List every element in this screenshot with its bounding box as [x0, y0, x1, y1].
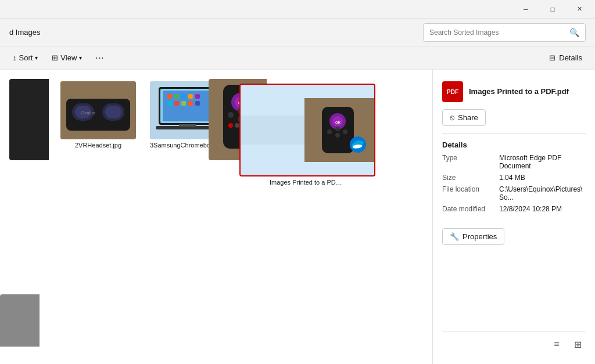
svg-point-42 — [327, 129, 332, 134]
svg-rect-18 — [181, 101, 186, 106]
window-title: d Images — [9, 28, 40, 37]
svg-rect-15 — [195, 94, 200, 99]
svg-point-45 — [335, 133, 340, 138]
detail-location-key: File location — [442, 185, 494, 201]
minimize-button[interactable]: ─ — [512, 0, 539, 19]
svg-rect-19 — [188, 101, 193, 106]
grid-view-button[interactable]: ⊞ — [569, 336, 586, 352]
svg-point-32 — [228, 123, 233, 128]
details-button[interactable]: ⊟ Details — [543, 51, 588, 64]
share-button[interactable]: ⎋ Share — [442, 109, 486, 126]
detail-size-row: Size 1.04 MB — [442, 174, 586, 182]
svg-point-28 — [228, 112, 234, 118]
details-section-title: Details — [442, 140, 586, 149]
pdf-icon: PDF — [442, 81, 463, 102]
svg-text:Oculus: Oculus — [81, 110, 95, 116]
svg-rect-5 — [105, 106, 121, 118]
detail-date-key: Date modified — [442, 205, 494, 213]
toolbar-top: d Images 🔍 — [0, 19, 595, 46]
detail-size-key: Size — [442, 174, 494, 182]
file-thumbnail: Oculus — [60, 81, 136, 139]
detail-file-name: Images Printed to a PDF.pdf — [469, 87, 569, 97]
list-item[interactable]: OK Images Printed to a PDF.pdf — [237, 81, 378, 188]
svg-text:OK: OK — [335, 121, 341, 124]
svg-rect-17 — [174, 101, 179, 106]
file-grid: Oculus 2VRHeadset.jpg — [0, 70, 432, 364]
detail-type-row: Type Microsoft Edge PDF Document — [442, 154, 586, 170]
maximize-button[interactable]: □ — [539, 0, 566, 19]
sort-icon: ↕ — [13, 53, 17, 62]
view-label: View — [60, 53, 77, 62]
properties-label: Properties — [463, 232, 497, 241]
file-name: Images Printed to a PDF.pdf — [270, 179, 345, 186]
partial-file-left — [9, 79, 49, 175]
svg-rect-20 — [195, 101, 200, 106]
sort-label: Sort — [19, 53, 33, 62]
file-name: 2VRHeadset.jpg — [75, 142, 121, 149]
view-button[interactable]: ⊞ View ▾ — [46, 51, 88, 64]
search-bar[interactable]: 🔍 — [423, 23, 586, 42]
svg-point-43 — [343, 129, 347, 134]
properties-icon: 🔧 — [450, 232, 459, 241]
more-options-button[interactable]: ··· — [90, 50, 109, 66]
close-button[interactable]: ✕ — [566, 0, 593, 19]
svg-rect-16 — [167, 101, 172, 106]
details-icon: ⊟ — [549, 53, 555, 62]
details-label: Details — [559, 53, 582, 62]
main-content: Oculus 2VRHeadset.jpg — [0, 70, 595, 364]
details-panel: PDF Images Printed to a PDF.pdf ⎋ Share … — [432, 70, 595, 364]
share-icon: ⎋ — [450, 113, 454, 122]
detail-location-row: File location C:\Users\Equinox\Pictures\… — [442, 185, 586, 201]
sort-button[interactable]: ↕ Sort ▾ — [7, 51, 44, 64]
list-view-button[interactable]: ≡ — [549, 336, 565, 352]
command-bar: ↕ Sort ▾ ⊞ View ▾ ··· ⊟ Details — [0, 46, 595, 70]
svg-point-44 — [335, 127, 340, 131]
partial-file-bottom-left — [0, 294, 40, 347]
detail-date-row: Date modified 12/8/2024 10:28 PM — [442, 205, 586, 213]
detail-type-value: Microsoft Edge PDF Document — [499, 154, 586, 170]
share-label: Share — [458, 113, 478, 122]
svg-rect-13 — [181, 94, 186, 99]
detail-date-value: 12/8/2024 10:28 PM — [499, 205, 562, 213]
properties-button[interactable]: 🔧 Properties — [442, 228, 504, 245]
detail-location-value: C:\Users\Equinox\Pictures\So... — [499, 185, 586, 201]
view-chevron-icon: ▾ — [79, 55, 82, 61]
detail-size-value: 1.04 MB — [499, 174, 525, 182]
file-header: PDF Images Printed to a PDF.pdf — [442, 81, 586, 102]
detail-type-key: Type — [442, 154, 494, 170]
view-icon: ⊞ — [52, 53, 58, 62]
svg-rect-11 — [167, 94, 172, 99]
divider — [442, 133, 586, 134]
svg-rect-22 — [179, 124, 196, 127]
search-icon: 🔍 — [569, 28, 579, 37]
sort-chevron-icon: ▾ — [35, 55, 38, 61]
svg-rect-14 — [188, 94, 193, 99]
search-input[interactable] — [429, 28, 565, 37]
svg-rect-12 — [174, 94, 179, 99]
file-thumbnail: OK — [239, 84, 375, 176]
details-section: Details Type Microsoft Edge PDF Document… — [442, 140, 586, 217]
list-item[interactable]: Oculus 2VRHeadset.jpg — [58, 79, 138, 188]
titlebar: ─ □ ✕ — [0, 0, 595, 19]
